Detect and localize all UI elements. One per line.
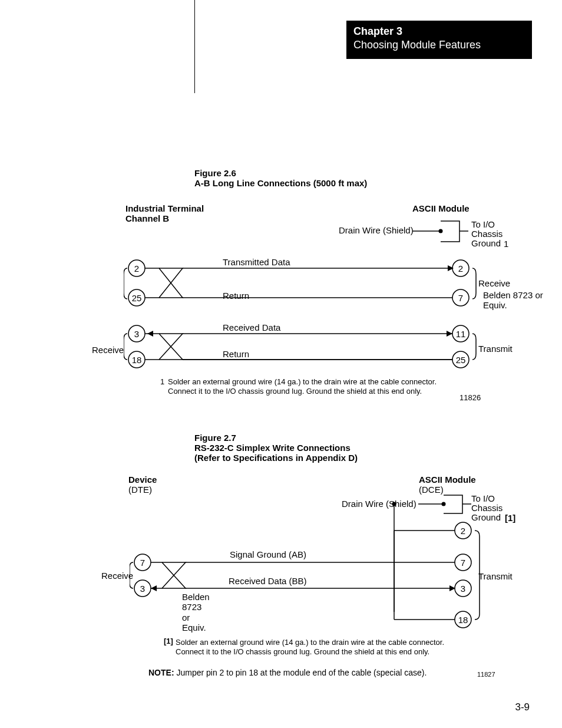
header-divider	[194, 0, 195, 93]
figure-27-caption: Figure 2.7 RS-232-C Simplex Write Connec…	[194, 433, 358, 463]
svg-text:3: 3	[461, 584, 465, 594]
svg-text:7: 7	[458, 293, 463, 303]
svg-marker-26	[447, 331, 452, 337]
fig26-title: A-B Long Line Connections (5000 ft max)	[194, 178, 367, 188]
fig27-note: NOTE: Jumper pin 2 to pin 18 at the modu…	[148, 668, 427, 677]
svg-marker-46	[151, 585, 157, 591]
fig26-diagno: 11826	[459, 393, 481, 402]
svg-marker-24	[147, 331, 153, 337]
fig27-num: Figure 2.7	[194, 433, 236, 443]
page-number: 3-9	[515, 701, 530, 713]
svg-marker-47	[449, 585, 455, 591]
svg-text:18: 18	[132, 355, 142, 365]
svg-point-1	[439, 229, 443, 233]
fig27-t1: RS-232-C Simplex Write Connections	[194, 443, 351, 453]
svg-text:2: 2	[458, 263, 463, 274]
fig27-diagram: 7 3 2 7 3 18	[130, 494, 513, 641]
fig26-footref: 1	[160, 377, 164, 386]
svg-point-28	[442, 502, 446, 506]
svg-text:25: 25	[132, 293, 142, 303]
svg-text:2: 2	[461, 526, 465, 536]
fig27-footref: [1]	[164, 637, 173, 645]
fig27-right-title: ASCII Module (DCE)	[419, 475, 476, 495]
svg-text:7: 7	[140, 558, 145, 568]
fig26-footnote: Solder an external ground wire (14 ga.) …	[168, 377, 437, 397]
svg-text:25: 25	[456, 355, 466, 365]
fig27-footnote: Solder an external ground wire (14 ga.) …	[176, 638, 444, 657]
chapter-header: Chapter 3 Choosing Module Features	[346, 21, 532, 59]
svg-text:2: 2	[134, 263, 139, 274]
svg-text:11: 11	[456, 329, 466, 339]
fig27-t2: (Refer to Specifications in Appendix D)	[194, 453, 358, 463]
fig27-receive: Receive	[101, 571, 133, 581]
svg-text:18: 18	[458, 615, 468, 625]
svg-text:3: 3	[134, 329, 139, 339]
fig26-diagram: 2 25 3 18 2 7 11 25	[124, 218, 513, 371]
svg-text:7: 7	[461, 558, 465, 568]
fig27-left-title: Device (DTE)	[128, 475, 157, 495]
chapter-subtitle: Choosing Module Features	[353, 39, 525, 51]
fig27-diagno: 11827	[477, 671, 495, 678]
chapter-label: Chapter 3	[353, 25, 525, 38]
fig26-receive-bottom: Receive	[92, 345, 124, 355]
svg-text:3: 3	[140, 584, 145, 594]
figure-26-caption: Figure 2.6 A-B Long Line Connections (50…	[194, 168, 367, 188]
fig26-right-title: ASCII Module	[412, 203, 470, 213]
fig26-num: Figure 2.6	[194, 168, 236, 178]
svg-point-31	[392, 502, 396, 506]
